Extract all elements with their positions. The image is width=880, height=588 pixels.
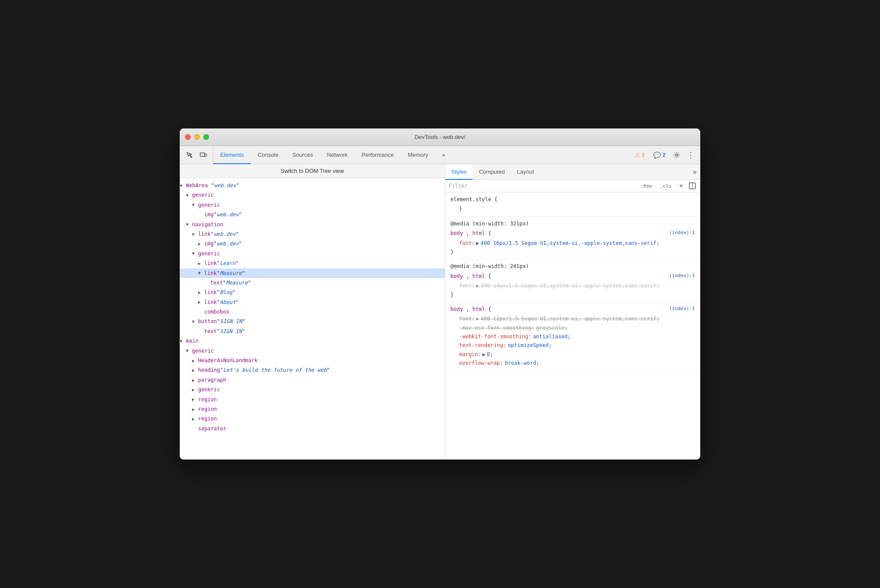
add-style-icon[interactable]: + — [677, 182, 685, 190]
styles-tabs: Styles Computed Layout » — [445, 164, 700, 180]
arrow-icon-2 — [186, 192, 192, 199]
toolbar-right: ⚠ 1 💬 2 ⋮ — [628, 146, 700, 164]
tree-row-7[interactable]: img "web.dev" — [180, 239, 445, 248]
css-prop-margin: margin: ▶ 0; — [459, 350, 695, 359]
css-prop-webkit-font: -webkit-font-smoothing: antialiased; — [459, 332, 695, 341]
arrow-icon-9 — [198, 260, 204, 267]
device-icon[interactable] — [197, 149, 209, 161]
tree-row-8[interactable]: generic — [180, 249, 445, 258]
minimize-button[interactable] — [194, 134, 200, 140]
tree-row-21[interactable]: paragraph — [180, 375, 445, 385]
arrow-icon-10 — [198, 269, 204, 277]
tab-sources[interactable]: Sources — [285, 146, 320, 164]
css-prop-text-rendering: text-rendering: optimizeSpeed; — [459, 341, 695, 350]
tab-console[interactable]: Console — [251, 146, 285, 164]
svg-point-2 — [676, 154, 678, 156]
arrow-icon-21 — [192, 377, 198, 384]
tree-row-2[interactable]: generic — [180, 190, 445, 200]
arrow-icon-7 — [198, 240, 204, 248]
tree-row-20[interactable]: heading "Let's build the future of the w… — [180, 365, 445, 375]
tree-row-22[interactable]: generic — [180, 385, 445, 394]
tree-row-14[interactable]: combobox — [180, 307, 445, 317]
switch-dom-view-button[interactable]: Switch to DOM Tree view — [180, 164, 445, 178]
arrow-icon-17 — [180, 337, 186, 345]
svg-rect-0 — [200, 153, 205, 156]
titlebar: DevTools - web.dev/ — [180, 129, 700, 146]
css-source-body[interactable]: (index):1 — [669, 305, 695, 313]
css-rule-body-html: body , html { (index):1 font: ▶ 400 12px… — [445, 302, 700, 371]
tab-elements[interactable]: Elements — [213, 146, 251, 164]
main-tabs: Elements Console Sources Network Perform… — [213, 146, 628, 164]
overflow-menu-icon[interactable]: ⋮ — [685, 149, 697, 161]
tree-row-1[interactable]: WebArea "web.dev" — [180, 181, 445, 190]
arrow-icon-3 — [192, 201, 198, 208]
css-prop-font-241: font: ▶ 400 14px/1.5 Segoe UI,system-ui,… — [459, 281, 695, 290]
tab-layout[interactable]: Layout — [511, 165, 540, 180]
tree-row-19[interactable]: HeaderAsNonLandmark — [180, 356, 445, 365]
cls-button[interactable]: .cls — [658, 182, 675, 190]
tree-row-18[interactable]: generic — [180, 346, 445, 356]
panel-icon[interactable] — [688, 182, 697, 190]
css-source-321[interactable]: (index):1 — [669, 229, 695, 237]
dom-panel: Switch to DOM Tree view WebArea "web.dev… — [180, 164, 445, 459]
tree-row-4[interactable]: img "web.dev" — [180, 210, 445, 219]
svg-rect-1 — [205, 154, 206, 156]
tab-network[interactable]: Network — [320, 146, 355, 164]
devtools-toolbar: Elements Console Sources Network Perform… — [180, 146, 700, 164]
tree-row-6[interactable]: link "web.dev" — [180, 229, 445, 239]
arrow-icon-23 — [192, 396, 198, 403]
tree-row-15[interactable]: button "SIGN IN" — [180, 317, 445, 326]
styles-panel: Styles Computed Layout » :hov .cls — [445, 164, 700, 459]
devtools-body: Switch to DOM Tree view WebArea "web.dev… — [180, 164, 700, 459]
arrow-icon-5 — [186, 221, 192, 228]
tab-computed[interactable]: Computed — [473, 165, 511, 180]
hov-button[interactable]: :hov — [638, 182, 655, 190]
styles-tabs-more-icon[interactable]: » — [689, 164, 700, 179]
tree-row-16[interactable]: text "SIGN IN" — [180, 327, 445, 336]
css-prop-font-body: font: ▶ 400 12px/1.5 Segoe UI,system-ui,… — [459, 314, 695, 323]
arrow-icon-20 — [192, 367, 198, 374]
arrow-icon-24 — [192, 406, 198, 413]
tree-row-10[interactable]: link "Measure" — [180, 268, 445, 278]
traffic-lights — [185, 134, 209, 140]
close-button[interactable] — [185, 134, 191, 140]
tree-row-12[interactable]: link "Blog" — [180, 287, 445, 297]
settings-icon[interactable] — [671, 149, 683, 161]
tree-row-26[interactable]: separator — [180, 424, 445, 433]
css-rule-element-style: element.style { } — [445, 192, 700, 217]
arrow-icon-15 — [192, 318, 198, 325]
arrow-icon-19 — [192, 357, 198, 364]
tab-performance[interactable]: Performance — [354, 146, 400, 164]
css-rule-media-321: @media (min-width: 321px) body , html { … — [445, 217, 700, 260]
css-selector-body-html: body , html { (index):1 — [450, 305, 695, 314]
tree-row-5[interactable]: navigation — [180, 220, 445, 229]
arrow-icon-22 — [192, 386, 198, 393]
filter-input[interactable] — [449, 183, 635, 189]
arrow-icon-13 — [198, 298, 204, 306]
dom-tree: WebArea "web.dev" generic — [180, 178, 445, 459]
maximize-button[interactable] — [203, 134, 209, 140]
tree-row-3[interactable]: generic — [180, 200, 445, 210]
arrow-icon-6 — [192, 231, 198, 238]
tree-row-9[interactable]: link "Learn" — [180, 258, 445, 268]
tree-row-25[interactable]: region — [180, 414, 445, 423]
tree-row-11[interactable]: text "Measure" — [180, 278, 445, 287]
message-badge[interactable]: 💬 2 — [650, 150, 669, 160]
devtools-window: DevTools - web.dev/ Elements Console — [179, 128, 701, 460]
tab-memory[interactable]: Memory — [401, 146, 435, 164]
css-selector-body-html-321: body , html { (index):1 — [450, 229, 695, 238]
tree-row-23[interactable]: region — [180, 395, 445, 404]
tree-row-24[interactable]: region — [180, 404, 445, 414]
warning-badge[interactable]: ⚠ 1 — [631, 150, 648, 160]
window-title: DevTools - web.dev/ — [414, 134, 465, 140]
arrow-icon-18 — [186, 347, 192, 354]
inspect-icon[interactable] — [183, 149, 195, 161]
tab-more[interactable]: » — [435, 146, 452, 164]
tree-row-17[interactable]: main — [180, 336, 445, 346]
toolbar-icon-group — [180, 146, 213, 164]
arrow-icon-25 — [192, 415, 198, 423]
tree-row-13[interactable]: link "About" — [180, 297, 445, 307]
css-source-241[interactable]: (index):1 — [669, 272, 695, 280]
tab-styles[interactable]: Styles — [445, 165, 473, 180]
arrow-icon-8 — [192, 250, 198, 257]
